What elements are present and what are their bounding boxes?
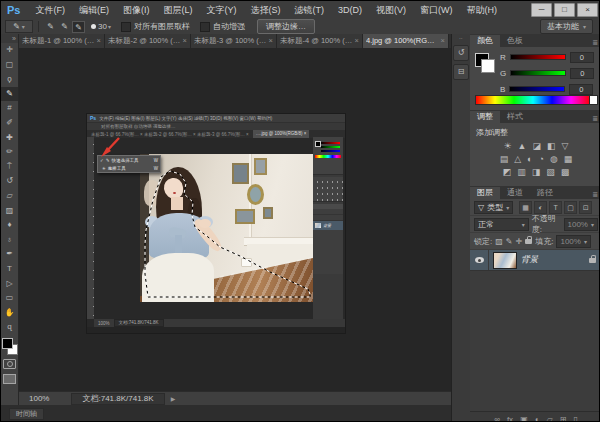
layer-filter-icon[interactable]: ▦ xyxy=(519,201,532,214)
foreground-color-swatch[interactable] xyxy=(2,338,13,349)
adjustment-icon[interactable]: ▲ xyxy=(518,140,527,153)
layer-filter-icon[interactable]: T xyxy=(549,201,562,214)
adjustment-icon[interactable]: ▥ xyxy=(517,166,526,179)
adjustment-icon[interactable]: ▽ xyxy=(562,140,569,153)
history-brush-tool-icon[interactable]: ↺ xyxy=(1,174,18,189)
properties-panel-icon[interactable]: ⊟ xyxy=(453,64,469,80)
timeline-tab[interactable]: 时间轴 xyxy=(9,408,44,420)
add-mask-icon[interactable]: ▣ xyxy=(520,415,528,422)
close-icon[interactable]: × xyxy=(353,34,359,48)
adjustment-icon[interactable]: ◧ xyxy=(547,140,556,153)
brush-size-picker[interactable]: 30 ▾ xyxy=(91,22,111,31)
selection-mode-icon[interactable]: ✎ xyxy=(44,21,57,33)
quick-selection-tool-icon[interactable]: ✎ xyxy=(1,87,18,102)
selection-mode-icon[interactable]: ✎ xyxy=(58,21,71,33)
tab-untitled-4[interactable]: 未标题-4 @ 100% (…× xyxy=(277,34,363,48)
panel-menu-icon[interactable]: ≣ xyxy=(592,115,600,123)
menu-item[interactable]: 图层(L) xyxy=(156,2,199,19)
visibility-toggle[interactable] xyxy=(470,250,489,270)
close-icon[interactable]: × xyxy=(95,34,101,48)
tab-swatches[interactable]: 色板 xyxy=(500,35,530,47)
screen-mode-icon[interactable] xyxy=(3,374,16,384)
menu-item[interactable]: 帮助(H) xyxy=(459,2,504,19)
gradient-tool-icon[interactable]: ▨ xyxy=(1,204,18,219)
adjustment-icon[interactable]: ◐ xyxy=(527,153,532,166)
tab-channels[interactable]: 通道 xyxy=(500,187,530,199)
menu-item[interactable]: 文字(Y) xyxy=(199,2,243,19)
crop-tool-icon[interactable]: # xyxy=(1,101,18,116)
adjustment-icon[interactable]: ◔ xyxy=(539,153,544,166)
opacity-value[interactable]: 100% ▾ xyxy=(564,218,598,231)
menu-item[interactable]: 编辑(E) xyxy=(72,2,116,19)
history-panel-icon[interactable]: ↺ xyxy=(453,45,469,61)
menu-item[interactable]: 滤镜(T) xyxy=(287,2,331,19)
adjustment-icon[interactable]: ◍ xyxy=(550,153,558,166)
workspace-switcher[interactable]: 基本功能 ▾ xyxy=(540,19,593,34)
layer-thumbnail[interactable] xyxy=(493,252,517,269)
blue-value[interactable]: 0 xyxy=(569,84,593,95)
lock-transparency-icon[interactable]: ▨ xyxy=(495,237,503,246)
adjustment-icon[interactable]: ▦ xyxy=(564,153,573,166)
status-expand-icon[interactable]: ▶ xyxy=(171,395,176,402)
menu-item[interactable]: 选择(S) xyxy=(243,2,287,19)
eraser-tool-icon[interactable]: ▱ xyxy=(1,189,18,204)
layer-filter-icon[interactable]: ◐ xyxy=(534,201,547,214)
tab-untitled-2[interactable]: 未标题-2 @ 100% (…× xyxy=(105,34,191,48)
path-selection-tool-icon[interactable]: ▷ xyxy=(1,277,18,292)
tab-adjustments[interactable]: 调整 xyxy=(470,111,500,123)
adjustment-icon[interactable]: ◩ xyxy=(503,166,512,179)
auto-enhance-checkbox[interactable] xyxy=(200,22,210,32)
menu-item[interactable]: 视图(V) xyxy=(369,2,413,19)
maximize-button[interactable]: □ xyxy=(554,3,575,17)
sample-all-layers-checkbox[interactable] xyxy=(121,22,131,32)
zoom-tool-icon[interactable]: ɋ xyxy=(1,320,18,335)
lock-position-icon[interactable]: ✛ xyxy=(516,237,523,246)
blur-tool-icon[interactable]: ♦ xyxy=(1,218,18,233)
adjustment-icon[interactable]: △ xyxy=(514,153,521,166)
adjustment-icon[interactable]: ▧ xyxy=(546,166,555,179)
blue-slider[interactable] xyxy=(509,86,565,92)
panel-color-swatches[interactable] xyxy=(475,53,495,73)
menu-item[interactable]: 窗口(W) xyxy=(413,2,460,19)
move-tool-icon[interactable]: ✛ xyxy=(1,43,18,58)
layer-name[interactable]: 背景 xyxy=(521,254,538,266)
new-layer-icon[interactable]: ⊞ xyxy=(560,415,567,422)
background-color-swatch[interactable] xyxy=(481,59,495,73)
tab-untitled-1[interactable]: 未标题-1 @ 100% (…× xyxy=(19,34,105,48)
type-tool-icon[interactable]: T xyxy=(1,262,18,277)
selection-mode-icon[interactable]: ✎ xyxy=(72,21,85,33)
new-group-icon[interactable]: ▱ xyxy=(547,415,553,422)
tab-styles[interactable]: 样式 xyxy=(500,111,530,123)
adjustment-icon[interactable]: ▩ xyxy=(561,166,570,179)
menu-item[interactable]: 3D(D) xyxy=(331,2,369,19)
color-spectrum-bar[interactable] xyxy=(475,95,591,105)
minimize-button[interactable]: ─ xyxy=(531,3,552,17)
fill-value[interactable]: 100% ▾ xyxy=(556,235,590,248)
tab-untitled-3[interactable]: 未标题-3 @ 100% (…× xyxy=(191,34,277,48)
tab-layers[interactable]: 图层 xyxy=(470,187,500,199)
new-adjustment-icon[interactable]: ◐ xyxy=(535,415,540,422)
blend-mode-dropdown[interactable]: 正常 ▾ xyxy=(474,218,529,231)
red-slider[interactable] xyxy=(510,54,566,60)
tab-color[interactable]: 颜色 xyxy=(470,35,500,47)
adjustment-icon[interactable]: ◨ xyxy=(532,166,541,179)
adjustment-icon[interactable]: ◪ xyxy=(533,140,542,153)
close-icon[interactable]: × xyxy=(439,34,445,48)
close-icon[interactable]: × xyxy=(181,34,187,48)
close-button[interactable]: × xyxy=(577,3,598,17)
green-slider[interactable] xyxy=(510,70,566,76)
refine-edge-button[interactable]: 调整边缘… xyxy=(257,19,315,34)
layer-filter-icon[interactable]: ⊡ xyxy=(579,201,592,214)
filter-type-dropdown[interactable]: ▽ 类型 ▾ xyxy=(474,201,513,214)
canvas-area[interactable]: Ps 文件(F) 编辑(E) 图像(I) 图层(L) 文字(Y) 选择(S) 滤… xyxy=(19,48,451,391)
dock-collapse-icon[interactable]: ∙∙ xyxy=(452,34,470,42)
eyedropper-tool-icon[interactable]: ✐ xyxy=(1,116,18,131)
panel-menu-icon[interactable]: ≣ xyxy=(592,191,600,199)
tab-4jpg-active[interactable]: 4.jpg @ 100%(RGB/8)× xyxy=(363,34,449,48)
adjustment-icon[interactable]: ☀ xyxy=(504,140,512,153)
hand-tool-icon[interactable]: ✋ xyxy=(1,306,18,321)
lock-all-icon[interactable] xyxy=(525,239,532,244)
lock-pixels-icon[interactable]: ✎ xyxy=(506,237,513,246)
clone-stamp-tool-icon[interactable]: ⍑ xyxy=(1,160,18,175)
healing-brush-tool-icon[interactable]: ✚ xyxy=(1,131,18,146)
